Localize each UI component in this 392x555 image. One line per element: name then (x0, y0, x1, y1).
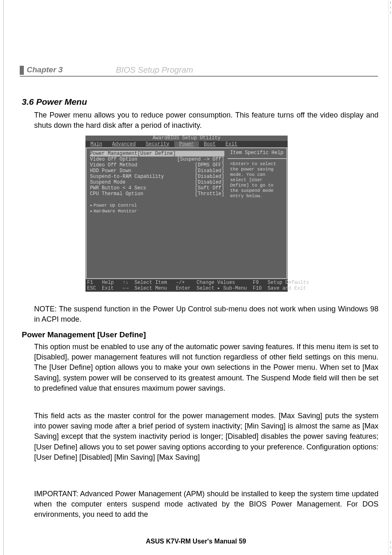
bios-tab-advanced: Advanced (107, 141, 141, 147)
bios-row: Power Management[User Define] (90, 151, 224, 157)
bios-legend-row: F1 Help ↑↓ Select Item -/+ Change Values… (87, 280, 286, 286)
section-intro: The Power menu allows you to reduce powe… (34, 110, 378, 131)
chapter-label: Chapter 3 (27, 65, 63, 74)
bios-right-pane: Item Specific Help <Enter> to select the… (228, 147, 287, 279)
header-ornament (20, 66, 24, 75)
bleed-tick (390, 12, 391, 14)
bios-legend-row: ESC Exit ←→ Select Menu Enter Select ▸ S… (87, 286, 286, 291)
bios-row-val: [Soft Off] (195, 185, 224, 191)
bios-row-key: Video Off Option (90, 157, 137, 162)
bios-row-val: [Disabled] (195, 174, 224, 180)
bios-tab-security: Security (141, 141, 174, 147)
bios-row: CPU Thermal Option[Throttle] (90, 191, 224, 197)
bios-row: Video Off Method[DPMS OFF] (90, 162, 224, 168)
bios-help-body: <Enter> to select the power saving mode.… (228, 159, 287, 279)
bios-tab-exit: Exit (221, 141, 242, 147)
bios-tabs: Main Advanced Security Power Boot Exit (85, 141, 288, 147)
subtitle-label: BIOS Setup Program (116, 65, 193, 75)
field-block: IMPORTANT: Advanced Power Management (AP… (22, 489, 378, 520)
bios-row-key: Suspend-to-RAM Capability (90, 174, 164, 180)
bleed-tick (390, 2, 391, 4)
bios-row-key: PWR Button < 4 Secs (90, 185, 146, 191)
bios-row-key: CPU Thermal Option (90, 191, 143, 197)
bios-row-val: [Disabled] (195, 180, 224, 185)
field-body: This option must be enabled to use any o… (34, 342, 378, 394)
bios-submenu-label: Power Up Control (90, 203, 137, 208)
section-heading: 3.6 Power Menu (22, 97, 87, 107)
bleed-tick (390, 551, 391, 553)
bios-row-key: Video Off Method (90, 162, 137, 168)
bios-title: AwardBIOS Setup Utility (85, 136, 288, 141)
bios-submenu: Power Up Control (90, 203, 224, 208)
bleed-tick (390, 546, 391, 548)
bios-help-title: Item Specific Help (228, 147, 287, 159)
bios-row: Video Off Option[Suspend -> Off] (90, 157, 224, 162)
header-rule (20, 76, 378, 76)
bios-body: Power Management[User Define] Video Off … (85, 147, 288, 279)
bios-row-key: HDD Power Down (90, 168, 131, 174)
bios-row-val: [User Define] (137, 151, 176, 157)
bios-row-val: [DPMS OFF] (195, 162, 224, 168)
bios-row-key: Suspend Mode (90, 180, 125, 185)
bios-row: HDD Power Down[Disabled] (90, 168, 224, 174)
bios-row: PWR Button < 4 Secs[Soft Off] (90, 185, 224, 191)
field-title: Power Management [User Define] (22, 330, 378, 339)
page-border-right (388, 0, 389, 555)
bios-row-val: [Suspend -> Off] (177, 157, 224, 162)
bios-tab-main: Main (85, 141, 107, 147)
bios-submenu-label: Hardware Monitor (90, 208, 137, 214)
page-footer: ASUS K7V-RM User's Manual 59 (0, 538, 392, 545)
bios-row-val: [Disabled] (195, 168, 224, 174)
bios-screenshot: AwardBIOS Setup Utility Main Advanced Se… (85, 136, 288, 294)
bios-row: Suspend-to-RAM Capability[Disabled] (90, 174, 224, 180)
note-text: NOTE: The suspend function in the Power … (34, 304, 378, 325)
bios-left-pane: Power Management[User Define] Video Off … (86, 147, 228, 279)
bleed-tick (390, 7, 391, 9)
bios-tab-power: Power (174, 141, 199, 147)
bios-legend: F1 Help ↑↓ Select Item -/+ Change Values… (85, 279, 288, 292)
field-block: Power Management [User Define] This opti… (22, 330, 378, 394)
spacer (90, 197, 224, 203)
bios-row-key: Power Management (90, 151, 137, 157)
field-block: This field acts as the master control fo… (22, 411, 378, 463)
bios-row-val: [Throttle] (195, 191, 224, 197)
bios-submenu: Hardware Monitor (90, 208, 224, 214)
page-border-left (3, 0, 4, 555)
bios-row: Suspend Mode[Disabled] (90, 180, 224, 185)
bios-tab-boot: Boot (199, 141, 221, 147)
field-body: IMPORTANT: Advanced Power Management (AP… (34, 489, 378, 520)
field-body: This field acts as the master control fo… (34, 411, 378, 463)
